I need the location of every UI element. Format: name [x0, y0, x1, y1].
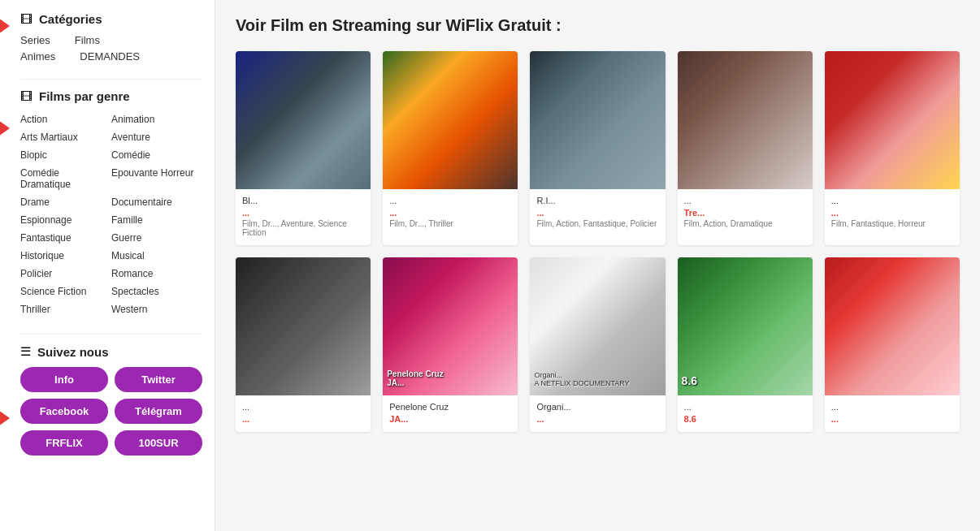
facebook-button[interactable]: Facebook	[20, 399, 108, 424]
movie-card-2[interactable]: ... ... Film, Dr..., Thriller	[383, 51, 518, 245]
genre-espionnage[interactable]: Espionnage	[20, 212, 111, 228]
movie-main-title-9: ...	[684, 402, 806, 412]
movie-subtitle-3: ...	[536, 208, 658, 218]
genre-famille[interactable]: Famille	[111, 212, 202, 228]
categories-title: Catégories	[39, 12, 102, 26]
frflix-button[interactable]: FRFLIX	[20, 430, 108, 455]
movie-card-8[interactable]: Organi...A NETFLIX DOCUMENTARY Organi...…	[530, 257, 665, 432]
genres-title: Films par genre	[39, 89, 130, 103]
nav-series[interactable]: Series	[20, 34, 50, 46]
movies-row-2: ... ... Penelone CruzJA... Penelone Cruz…	[236, 257, 960, 432]
genre-science-fiction[interactable]: Science Fiction	[20, 283, 111, 300]
movie-info-1: Bl... ... Film, Dr..., Aventure, Science…	[236, 189, 371, 245]
genre-historique[interactable]: Historique	[20, 248, 111, 264]
genre-policier[interactable]: Policier	[20, 266, 111, 282]
genre-fantastique[interactable]: Fantastique	[20, 230, 111, 246]
poster-text-7: Penelone CruzJA...	[387, 369, 443, 387]
nav-demandes[interactable]: DEMANDES	[80, 50, 140, 63]
nav-links-2: Animes DEMANDES	[20, 50, 202, 63]
movie-genres-2: Film, Dr..., Thriller	[389, 219, 511, 228]
movie-poster-9: 8.6	[678, 257, 813, 395]
movie-poster-3	[530, 51, 665, 189]
poster-text-8: Organi...A NETFLIX DOCUMENTARY	[534, 371, 629, 387]
movie-subtitle-7: JA...	[389, 414, 511, 424]
movie-card-3[interactable]: R.I... ... Film, Action, Fantastique, Po…	[530, 51, 665, 245]
movie-info-5: ... ... Film, Fantastique, Horreur	[825, 189, 960, 236]
movie-main-title-10: ...	[831, 402, 953, 412]
categories-header: 🎞 Catégories	[20, 12, 202, 26]
movie-poster-1	[236, 51, 371, 189]
twitter-button[interactable]: Twitter	[115, 367, 202, 392]
genre-aventure[interactable]: Aventure	[111, 129, 202, 145]
nav-links: Series Films	[20, 34, 202, 46]
movie-poster-5	[825, 51, 960, 189]
movie-card-6[interactable]: ... ...	[236, 257, 371, 432]
genre-comedie-dramatique[interactable]: Comédie Dramatique	[20, 165, 111, 192]
movie-genres-1: Film, Dr..., Aventure, Science Fiction	[242, 219, 364, 237]
genre-documentaire[interactable]: Documentaire	[111, 194, 202, 210]
sidebar-arrow-2	[0, 120, 10, 136]
movie-info-8: Organi... ...	[530, 395, 665, 432]
100sur-button[interactable]: 100SUR	[115, 430, 202, 455]
menu-icon: ☰	[20, 344, 31, 359]
nav-animes[interactable]: Animes	[20, 50, 55, 63]
movie-info-3: R.I... ... Film, Action, Fantastique, Po…	[530, 189, 665, 236]
movie-main-title-4: ...	[684, 196, 806, 205]
movie-subtitle-2: ...	[389, 208, 511, 218]
movie-info-2: ... ... Film, Dr..., Thriller	[383, 189, 518, 236]
movie-card-9[interactable]: 8.6 ... 8.6	[678, 257, 813, 432]
telegram-button[interactable]: Télégram	[115, 399, 202, 424]
movie-main-title-7: Penelone Cruz	[389, 402, 511, 412]
genre-action[interactable]: Action	[20, 111, 111, 127]
genre-romance[interactable]: Romance	[111, 266, 202, 282]
movie-info-7: Penelone Cruz JA...	[383, 395, 518, 432]
genre-drame[interactable]: Drame	[20, 194, 111, 210]
genres-header: 🎞 Films par genre	[20, 89, 202, 103]
movie-genres-3: Film, Action, Fantastique, Policier	[536, 219, 658, 228]
info-button[interactable]: Info	[20, 367, 108, 392]
movie-info-10: ... ...	[825, 395, 960, 432]
genre-musical[interactable]: Musical	[111, 248, 202, 264]
movie-card-7[interactable]: Penelone CruzJA... Penelone Cruz JA...	[383, 257, 518, 432]
genre-animation[interactable]: Animation	[111, 111, 202, 127]
page-title: Voir Film en Streaming sur WiFlix Gratui…	[236, 16, 960, 35]
nav-films[interactable]: Films	[75, 34, 100, 46]
follow-title: Suivez nous	[37, 345, 109, 359]
genre-epouvante[interactable]: Epouvante Horreur	[111, 165, 202, 192]
movie-subtitle-6: ...	[242, 414, 364, 424]
movie-genres-4: Film, Action, Dramatique	[684, 219, 806, 228]
main-content: Voir Film en Streaming sur WiFlix Gratui…	[215, 0, 980, 531]
divider-2	[20, 334, 202, 335]
movie-info-4: ... Tre... Film, Action, Dramatique	[678, 189, 813, 236]
movie-subtitle-10: ...	[831, 414, 953, 424]
movie-poster-6	[236, 257, 371, 395]
movie-poster-10	[825, 257, 960, 395]
sidebar-arrow-1	[0, 18, 10, 34]
movie-main-title-5: ...	[831, 196, 953, 205]
poster-rating-9: 8.6	[682, 374, 697, 387]
genre-arts-martiaux[interactable]: Arts Martiaux	[20, 129, 111, 145]
genre-thriller[interactable]: Thriller	[20, 301, 111, 317]
genre-grid: Action Animation Arts Martiaux Aventure …	[20, 111, 202, 317]
movie-main-title-8: Organi...	[536, 402, 658, 412]
movie-card-1[interactable]: Bl... ... Film, Dr..., Aventure, Science…	[236, 51, 371, 245]
movie-main-title-1: Bl...	[242, 196, 364, 205]
movie-subtitle-1: ...	[242, 208, 364, 218]
genre-biopic[interactable]: Biopic	[20, 147, 111, 163]
movie-card-5[interactable]: ... ... Film, Fantastique, Horreur	[825, 51, 960, 245]
movie-card-4[interactable]: ... Tre... Film, Action, Dramatique	[678, 51, 813, 245]
film-icon-2: 🎞	[20, 89, 33, 103]
movie-subtitle-9: 8.6	[684, 414, 806, 424]
movie-card-10[interactable]: ... ...	[825, 257, 960, 432]
movie-subtitle-5: ...	[831, 208, 953, 218]
movie-poster-8: Organi...A NETFLIX DOCUMENTARY	[530, 257, 665, 395]
movie-subtitle-4: Tre...	[684, 208, 806, 218]
sidebar-arrow-3	[0, 410, 10, 426]
sidebar: 🎞 Catégories Series Films Animes DEMANDE…	[0, 0, 215, 531]
genre-spectacles[interactable]: Spectacles	[111, 283, 202, 300]
movies-row-1: Bl... ... Film, Dr..., Aventure, Science…	[236, 51, 960, 245]
genre-comedie[interactable]: Comédie	[111, 147, 202, 163]
genre-western[interactable]: Western	[111, 301, 202, 317]
genre-guerre[interactable]: Guerre	[111, 230, 202, 246]
movie-subtitle-8: ...	[536, 414, 658, 424]
